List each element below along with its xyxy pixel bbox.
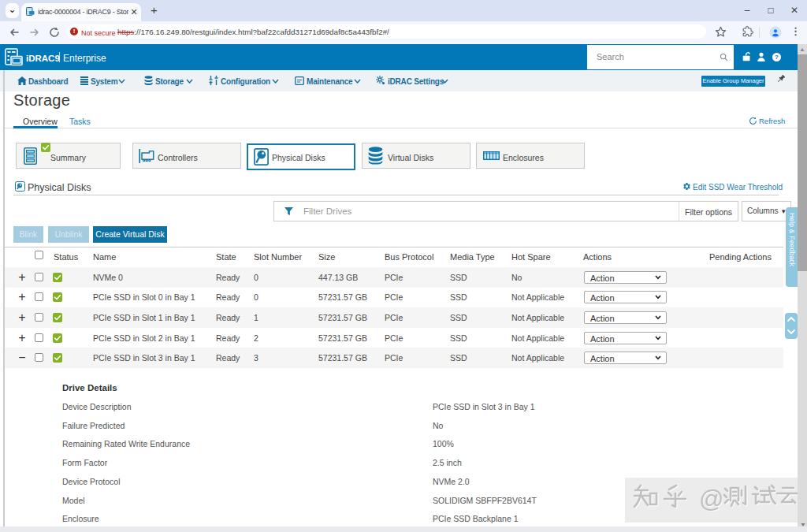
svg-text:@: @ bbox=[699, 485, 723, 513]
svg-text:?: ? bbox=[775, 54, 779, 61]
